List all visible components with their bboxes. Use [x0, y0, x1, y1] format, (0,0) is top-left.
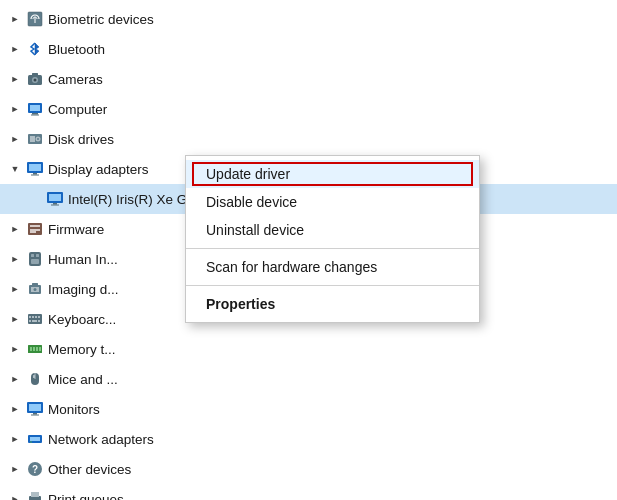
- firmware-icon: [25, 219, 45, 239]
- context-menu-item-label: Disable device: [206, 194, 297, 210]
- print-icon: [25, 489, 45, 500]
- display-icon: [25, 159, 45, 179]
- svg-point-13: [37, 138, 39, 140]
- disk-icon: [25, 129, 45, 149]
- expand-arrow[interactable]: ►: [8, 342, 22, 356]
- expand-arrow[interactable]: ►: [8, 402, 22, 416]
- svg-point-4: [34, 79, 37, 82]
- expand-arrow[interactable]: ►: [8, 12, 22, 26]
- svg-rect-17: [31, 175, 39, 176]
- svg-rect-60: [31, 492, 39, 497]
- imaging-icon: [25, 279, 45, 299]
- svg-rect-46: [39, 347, 41, 351]
- context-menu-item-scan-hardware[interactable]: Scan for hardware changes: [186, 253, 479, 281]
- tree-item-label: Bluetooth: [48, 42, 105, 57]
- svg-rect-23: [30, 225, 40, 227]
- tree-item-label: Memory t...: [48, 342, 116, 357]
- network-icon: [25, 429, 45, 449]
- svg-rect-21: [51, 205, 59, 206]
- svg-rect-41: [38, 320, 40, 322]
- tree-item-label: Mice and ...: [48, 372, 118, 387]
- context-menu-item-label: Uninstall device: [206, 222, 304, 238]
- expand-arrow[interactable]: ►: [8, 372, 22, 386]
- context-menu-item-update-driver[interactable]: Update driver: [186, 160, 479, 188]
- tree-item-otherdevices[interactable]: ►?Other devices: [0, 454, 617, 484]
- camera-icon: [25, 69, 45, 89]
- tree-item-label: Firmware: [48, 222, 104, 237]
- svg-rect-27: [31, 254, 34, 257]
- svg-rect-25: [30, 231, 36, 233]
- tree-item-bluetooth[interactable]: ►Bluetooth: [0, 34, 617, 64]
- expand-arrow[interactable]: ►: [8, 432, 22, 446]
- tree-item-printqueues[interactable]: ►Print queues: [0, 484, 617, 500]
- expand-arrow[interactable]: ►: [8, 42, 22, 56]
- tree-item-label: Computer: [48, 102, 107, 117]
- keyboard-icon: [25, 309, 45, 329]
- svg-rect-35: [29, 316, 31, 318]
- expand-arrow[interactable]: ►: [8, 492, 22, 500]
- svg-rect-52: [33, 413, 37, 415]
- svg-rect-5: [32, 73, 38, 76]
- context-menu-item-label: Update driver: [206, 166, 290, 182]
- expand-arrow[interactable]: ►: [8, 102, 22, 116]
- tree-item-computer[interactable]: ►Computer: [0, 94, 617, 124]
- display-child-icon: [45, 189, 65, 209]
- tree-item-label: Cameras: [48, 72, 103, 87]
- tree-item-monitors[interactable]: ►Monitors: [0, 394, 617, 424]
- svg-rect-40: [32, 320, 37, 322]
- svg-rect-33: [32, 283, 38, 286]
- computer-icon: [25, 99, 45, 119]
- tree-item-label: Display adapters: [48, 162, 149, 177]
- memory-icon: [25, 339, 45, 359]
- expand-arrow[interactable]: ►: [8, 252, 22, 266]
- context-menu-divider: [186, 285, 479, 286]
- context-menu-item-disable-device[interactable]: Disable device: [186, 188, 479, 216]
- svg-rect-37: [35, 316, 37, 318]
- tree-item-label: Disk drives: [48, 132, 114, 147]
- svg-rect-51: [29, 404, 41, 411]
- svg-rect-19: [49, 194, 61, 201]
- collapse-arrow[interactable]: ▼: [8, 162, 22, 176]
- svg-rect-43: [30, 347, 32, 351]
- svg-rect-7: [30, 105, 40, 111]
- tree-item-cameras[interactable]: ►Cameras: [0, 64, 617, 94]
- svg-rect-11: [30, 136, 35, 142]
- expand-arrow[interactable]: [28, 192, 42, 206]
- svg-rect-24: [30, 229, 40, 231]
- tree-item-label: Network adapters: [48, 432, 154, 447]
- svg-rect-44: [33, 347, 35, 351]
- hid-icon: [25, 249, 45, 269]
- svg-rect-39: [29, 320, 31, 322]
- svg-rect-45: [36, 347, 38, 351]
- tree-item-diskdrives[interactable]: ►Disk drives: [0, 124, 617, 154]
- mouse-icon: [25, 369, 45, 389]
- expand-arrow[interactable]: ►: [8, 72, 22, 86]
- context-menu-divider: [186, 248, 479, 249]
- tree-item-label: Human In...: [48, 252, 118, 267]
- context-menu-item-label: Properties: [206, 296, 275, 312]
- tree-item-biometric[interactable]: ►Biometric devices: [0, 4, 617, 34]
- tree-item-label: Print queues: [48, 492, 124, 501]
- expand-arrow[interactable]: ►: [8, 222, 22, 236]
- tree-item-networkadapters[interactable]: ►Network adapters: [0, 424, 617, 454]
- context-menu-item-label: Scan for hardware changes: [206, 259, 377, 275]
- svg-rect-38: [38, 316, 40, 318]
- svg-rect-9: [31, 115, 39, 116]
- expand-arrow[interactable]: ►: [8, 312, 22, 326]
- tree-item-memory[interactable]: ►Memory t...: [0, 334, 617, 364]
- expand-arrow[interactable]: ►: [8, 282, 22, 296]
- svg-rect-16: [33, 173, 37, 175]
- expand-arrow[interactable]: ►: [8, 462, 22, 476]
- svg-rect-8: [32, 113, 38, 115]
- other-icon: ?: [25, 459, 45, 479]
- tree-item-mice[interactable]: ►Mice and ...: [0, 364, 617, 394]
- svg-rect-15: [29, 164, 41, 171]
- svg-rect-36: [32, 316, 34, 318]
- context-menu-item-properties[interactable]: Properties: [186, 290, 479, 318]
- expand-arrow[interactable]: ►: [8, 132, 22, 146]
- bluetooth-icon: [25, 39, 45, 59]
- monitor-icon: [25, 399, 45, 419]
- context-menu-item-uninstall-device[interactable]: Uninstall device: [186, 216, 479, 244]
- tree-item-label: Imaging d...: [48, 282, 119, 297]
- svg-rect-34: [28, 314, 42, 324]
